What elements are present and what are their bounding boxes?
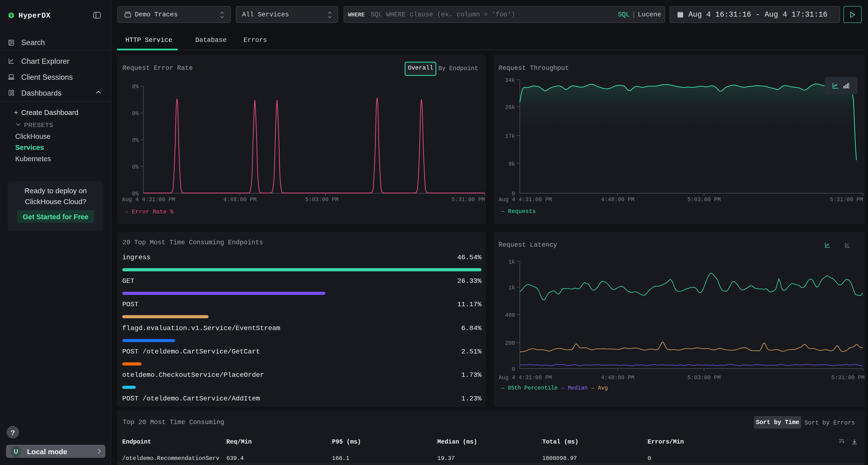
- svg-text:Aug 4 4:31:00 PM: Aug 4 4:31:00 PM: [122, 197, 175, 203]
- svg-text:— Error Rate %: — Error Rate %: [125, 209, 174, 215]
- svg-text:5:03:00 PM: 5:03:00 PM: [687, 197, 721, 203]
- svg-text:5:31:00 PM: 5:31:00 PM: [830, 197, 863, 203]
- svg-text:— Avg: — Avg: [591, 385, 608, 391]
- svg-text:200: 200: [505, 340, 515, 346]
- svg-text:0: 0: [512, 366, 515, 372]
- svg-text:17k: 17k: [505, 133, 515, 139]
- svg-text:400: 400: [505, 312, 515, 319]
- svg-text:Aug 4 4:31:00 PM: Aug 4 4:31:00 PM: [499, 197, 552, 203]
- svg-text:5:03:00 PM: 5:03:00 PM: [687, 375, 721, 381]
- svg-text:0: 0: [512, 191, 515, 197]
- svg-text:5:31:00 PM: 5:31:00 PM: [831, 375, 865, 381]
- svg-text:4:48:00 PM: 4:48:00 PM: [601, 197, 634, 203]
- svg-text:5:31:00 PM: 5:31:00 PM: [452, 197, 485, 203]
- svg-text:Aug 4 4:31:00 PM: Aug 4 4:31:00 PM: [499, 375, 552, 381]
- svg-text:9k: 9k: [508, 161, 515, 167]
- svg-text:1k: 1k: [508, 259, 515, 265]
- svg-text:0%: 0%: [132, 191, 138, 197]
- svg-text:— Requests: — Requests: [501, 208, 536, 215]
- svg-text:— Median: — Median: [561, 385, 588, 391]
- svg-text:1k: 1k: [508, 285, 515, 291]
- svg-text:26k: 26k: [505, 104, 515, 110]
- svg-text:0%: 0%: [132, 137, 138, 143]
- svg-text:5:03:00 PM: 5:03:00 PM: [305, 197, 339, 203]
- svg-text:0%: 0%: [132, 110, 138, 117]
- svg-text:0%: 0%: [132, 84, 138, 90]
- svg-text:— 95th Percentile: — 95th Percentile: [501, 385, 558, 391]
- svg-text:4:48:00 PM: 4:48:00 PM: [601, 375, 634, 381]
- svg-text:34k: 34k: [505, 77, 515, 84]
- svg-text:0%: 0%: [132, 164, 138, 170]
- svg-text:4:48:00 PM: 4:48:00 PM: [223, 197, 256, 203]
